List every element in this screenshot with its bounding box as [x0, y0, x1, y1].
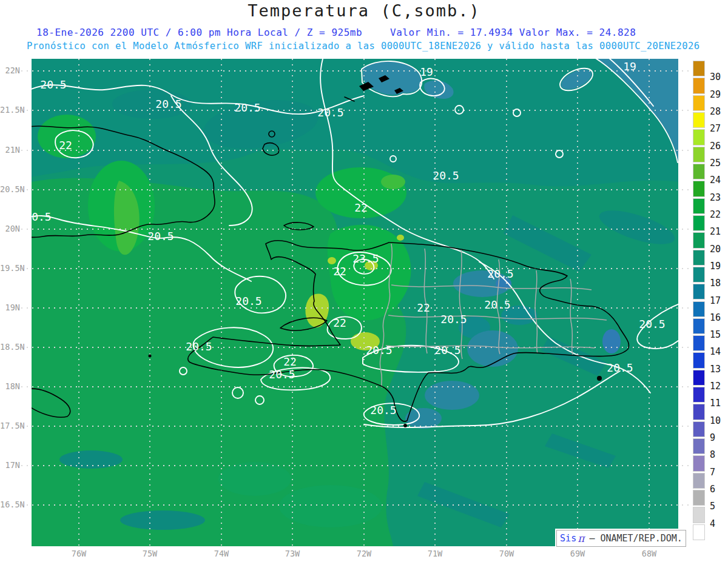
colorbar-cell	[693, 250, 705, 266]
colorbar-cell	[693, 370, 705, 386]
colorbar-cell	[693, 267, 705, 283]
contour-label: 20.5	[370, 404, 396, 416]
colorbar-tick-label: 30	[710, 72, 728, 82]
contour-label: 20.5	[25, 210, 51, 223]
colorbar-cell	[693, 404, 705, 420]
lat-tick-label: 19.5N	[0, 263, 20, 273]
colorbar-cell	[693, 95, 705, 111]
colorbar-tick-label: 10	[710, 415, 728, 426]
contour-label: 22	[333, 316, 346, 329]
temperature-shading	[32, 58, 678, 546]
colorbar-tick-label: 24	[710, 175, 728, 186]
colorbar-tick-label: 7	[710, 467, 728, 478]
contour-label: 20.5	[433, 169, 459, 182]
colorbar-cell	[693, 78, 705, 93]
lat-tick-label: 17N	[0, 460, 20, 470]
colorbar-tick-label: 20	[710, 244, 728, 255]
colorbar-cell	[693, 147, 705, 162]
colorbar-cell	[693, 232, 705, 248]
colorbar-tick-label: 5	[710, 501, 728, 512]
contour-label: 20.5	[147, 230, 174, 243]
lon-tick-label: 70W	[488, 549, 525, 558]
colorbar-tick-label: 12	[710, 381, 728, 392]
lon-tick-label: 73W	[274, 549, 311, 558]
pi-symbol: π	[578, 532, 584, 544]
contour-label: 20.5	[234, 101, 260, 114]
colorbar-cell	[693, 473, 705, 489]
colorbar-cell	[693, 61, 705, 76]
colorbar-cell	[693, 112, 705, 128]
colorbar-tick-label: 23	[710, 192, 728, 203]
contour-label: 20.5	[155, 98, 181, 110]
colorbar-tick-label: 25	[710, 158, 728, 169]
lon-tick-label: 76W	[61, 549, 97, 558]
colorbar-cell	[693, 524, 705, 540]
lon-tick-label: 68W	[631, 549, 667, 558]
colorbar-cell	[693, 387, 705, 403]
contour-label: 20.5	[434, 344, 460, 356]
lon-tick-label: 72W	[346, 549, 382, 558]
colorbar-tick-label: 9	[710, 432, 728, 443]
colorbar-tick-label: 26	[710, 141, 728, 152]
contour-label: 22	[417, 301, 430, 314]
contour-label: 22	[283, 355, 297, 368]
lon-tick-label: 71W	[417, 549, 453, 558]
colorbar-cell	[693, 507, 705, 523]
contour-label: 20.5	[269, 368, 295, 381]
colorbar-cell	[693, 352, 705, 368]
lat-tick-label: 20.5N	[0, 184, 20, 194]
colorbar-tick-label: 11	[710, 398, 728, 409]
colorbar-cell	[693, 335, 705, 351]
colorbar-tick-label: 13	[710, 364, 728, 375]
contour-label: 20.5	[186, 340, 212, 353]
contour-label: 20.5	[235, 295, 261, 307]
contour-label: 20.5	[607, 361, 633, 374]
contour-label: 22	[59, 139, 72, 152]
colorbar-tick-label: 16	[710, 312, 728, 323]
colorbar-cell	[693, 318, 705, 334]
colorbar-cell	[693, 301, 705, 317]
contour-label: 20.5	[366, 344, 392, 356]
colorbar-tick-label: 4	[710, 518, 728, 529]
lat-tick-label: 21N	[0, 145, 20, 155]
colorbar-tick-label: 6	[710, 484, 728, 495]
lon-tick-label: 69W	[559, 549, 596, 558]
colorbar-cell	[693, 129, 705, 145]
contour-label: 19	[623, 60, 636, 73]
colorbar-tick-label: 21	[710, 226, 728, 237]
contour-label: 20.5	[40, 78, 66, 91]
colorbar-tick-label: 28	[710, 106, 728, 117]
lat-tick-label: 20N	[0, 224, 20, 233]
branding-onamet: – ONAMET/REP.DOM.	[589, 533, 682, 544]
lon-tick-label: 74W	[203, 549, 240, 558]
contour-label: 20.5	[639, 318, 665, 330]
forecast-map-page: Temperatura (C,somb.) 18-Ene-2026 2200 U…	[0, 0, 728, 562]
lat-tick-label: 22N	[0, 65, 20, 75]
colorbar-cell	[693, 198, 705, 214]
colorbar-cell	[693, 438, 705, 454]
colorbar-cell	[693, 164, 705, 179]
colorbar-cell	[693, 181, 705, 196]
colorbar-cell	[693, 284, 705, 299]
branding-sis: Sis	[560, 533, 576, 544]
lat-tick-label: 16.5N	[0, 500, 20, 509]
lat-tick-label: 17.5N	[0, 421, 20, 430]
contour-label: 23.5	[352, 252, 379, 265]
colorbar-tick-label: 14	[710, 346, 728, 357]
lat-tick-label: 18.5N	[0, 342, 20, 352]
colorbar-tick-label: 29	[710, 89, 728, 100]
colorbar-tick-label: 27	[710, 123, 728, 134]
contour-label: 22	[354, 201, 368, 214]
contour-label: 22	[333, 265, 346, 278]
colorbar-tick-label: 15	[710, 329, 728, 340]
colorbar-cell	[693, 490, 705, 506]
colorbar-cell	[693, 215, 705, 231]
contour-label: 19	[420, 65, 433, 78]
lat-tick-label: 21.5N	[0, 105, 20, 115]
lon-tick-label: 75W	[132, 549, 168, 558]
lat-tick-label: 18N	[0, 381, 20, 391]
colorbar-tick-label: 22	[710, 209, 728, 220]
contour-label: 20.5	[440, 313, 467, 326]
lat-tick-label: 19N	[0, 303, 20, 312]
colorbar-tick-label: 18	[710, 278, 728, 289]
